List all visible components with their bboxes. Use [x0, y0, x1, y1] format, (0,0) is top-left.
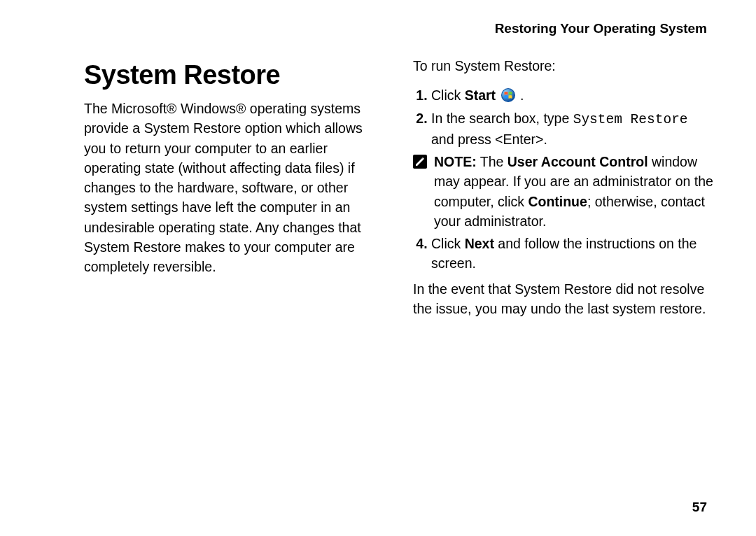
step-2-prefix: In the search box, type: [431, 111, 573, 126]
intro-paragraph: The Microsoft® Windows® operating system…: [84, 99, 385, 276]
step-2: In the search box, type System Restore a…: [431, 108, 714, 150]
step-1-suffix: .: [517, 87, 524, 103]
svg-point-1: [502, 89, 514, 101]
procedure-intro: To run System Restore:: [413, 56, 714, 76]
step-2-suffix: and press <Enter>.: [431, 132, 547, 147]
step-1: Click Start: [431, 85, 714, 105]
step-1-prefix: Click: [431, 87, 465, 103]
note-pencil-icon: [413, 154, 427, 168]
two-column-layout: System Restore The Microsoft® Windows® o…: [84, 56, 714, 318]
closing-paragraph: In the event that System Restore did not…: [413, 279, 714, 319]
step-1-bold: Start: [465, 87, 496, 103]
section-title: System Restore: [84, 56, 385, 94]
procedure-steps: Click Start: [413, 85, 714, 273]
note-label: NOTE:: [434, 154, 477, 169]
step-3-bold: Next: [465, 236, 494, 251]
left-column: System Restore The Microsoft® Windows® o…: [84, 56, 385, 318]
windows-start-orb-icon: [501, 87, 515, 101]
note-t1: The: [477, 154, 507, 169]
note-block-wrapper: NOTE: The User Account Control window ma…: [413, 152, 714, 231]
step-3-prefix: Click: [431, 236, 465, 251]
note-b1: User Account Control: [507, 154, 648, 169]
manual-page: Restoring Your Operating System System R…: [0, 0, 756, 536]
step-3: Click Next and follow the instructions o…: [431, 234, 714, 274]
page-number: 57: [692, 500, 707, 515]
right-column: To run System Restore: Click Start: [413, 56, 714, 318]
running-header: Restoring Your Operating System: [84, 21, 714, 36]
step-2-code: System Restore: [573, 112, 688, 127]
note-block: NOTE: The User Account Control window ma…: [413, 152, 714, 231]
note-b2: Continue: [528, 194, 587, 209]
